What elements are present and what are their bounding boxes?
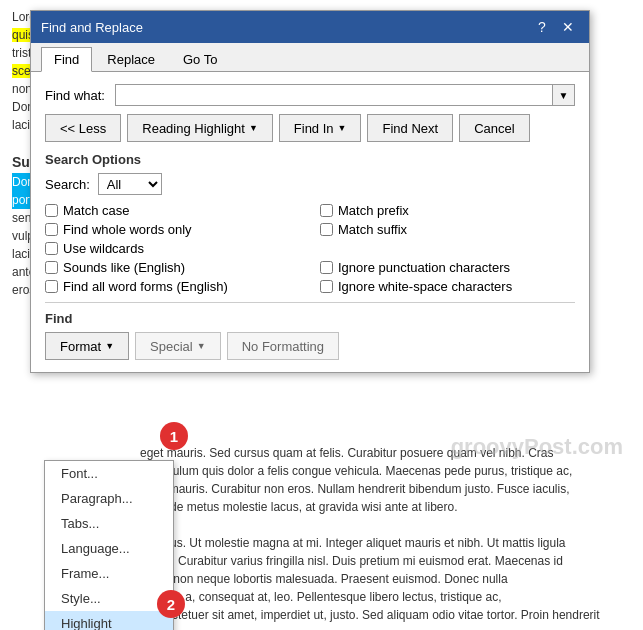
word-forms-checkbox[interactable] bbox=[45, 280, 58, 293]
dialog-help-button[interactable]: ? bbox=[531, 17, 553, 37]
find-in-arrow: ▼ bbox=[338, 123, 347, 133]
checkbox-whole-words: Find whole words only bbox=[45, 222, 300, 237]
tab-replace[interactable]: Replace bbox=[94, 47, 168, 71]
match-prefix-checkbox[interactable] bbox=[320, 204, 333, 217]
checkbox-match-suffix: Match suffix bbox=[320, 222, 575, 237]
find-replace-dialog: Find and Replace ? ✕ Find Replace Go To … bbox=[30, 10, 590, 373]
find-in-label: Find In bbox=[294, 121, 334, 136]
format-button[interactable]: Format ▼ bbox=[45, 332, 129, 360]
doc-bottom-5: rat risus. Ut molestie magna at mi. Inte… bbox=[140, 534, 629, 552]
tab-find[interactable]: Find bbox=[41, 47, 92, 72]
doc-bottom-4: m, pede metus molestie lacus, at gravida… bbox=[140, 498, 629, 516]
ignore-punct-checkbox[interactable] bbox=[320, 261, 333, 274]
search-select[interactable]: All Down Up bbox=[98, 173, 162, 195]
dropdown-language[interactable]: Language... bbox=[45, 536, 173, 561]
ignore-punct-label: Ignore punctuation characters bbox=[338, 260, 510, 275]
checkbox-ignore-ws: Ignore white-space characters bbox=[320, 279, 575, 294]
sounds-like-checkbox[interactable] bbox=[45, 261, 58, 274]
format-dropdown-menu: Font... Paragraph... Tabs... Language...… bbox=[44, 460, 174, 630]
watermark: groovyPost.com bbox=[451, 434, 623, 460]
doc-bottom-3: quis, mauris. Curabitur non eros. Nullam… bbox=[140, 480, 629, 498]
doc-bottom-8: adaibus a, consequat at, leo. Pellentesq… bbox=[140, 588, 629, 606]
search-options-label: Search Options bbox=[45, 152, 575, 167]
checkbox-sounds-like: Sounds like (English) bbox=[45, 260, 300, 275]
dialog-close-button[interactable]: ✕ bbox=[557, 17, 579, 37]
ignore-ws-label: Ignore white-space characters bbox=[338, 279, 512, 294]
match-prefix-label: Match prefix bbox=[338, 203, 409, 218]
wildcards-checkbox[interactable] bbox=[45, 242, 58, 255]
word-forms-label: Find all word forms (English) bbox=[63, 279, 228, 294]
match-case-label: Match case bbox=[63, 203, 129, 218]
doc-bottom-2: Vestibulum quis dolor a felis congue veh… bbox=[140, 462, 629, 480]
format-row: Format ▼ Special ▼ No Formatting bbox=[45, 332, 575, 360]
find-what-input[interactable] bbox=[115, 84, 553, 106]
format-label: Format bbox=[60, 339, 101, 354]
doc-bottom-9: consectetuer sit amet, imperdiet ut, jus… bbox=[140, 606, 629, 630]
no-formatting-button[interactable]: No Formatting bbox=[227, 332, 339, 360]
dropdown-style[interactable]: Style... bbox=[45, 586, 173, 611]
no-formatting-label: No Formatting bbox=[242, 339, 324, 354]
special-label: Special bbox=[150, 339, 193, 354]
checkbox-word-forms: Find all word forms (English) bbox=[45, 279, 300, 294]
wildcards-label: Use wildcards bbox=[63, 241, 144, 256]
dropdown-font[interactable]: Font... bbox=[45, 461, 173, 486]
reading-highlight-label: Reading Highlight bbox=[142, 121, 245, 136]
checkbox-match-prefix: Match prefix bbox=[320, 203, 575, 218]
sounds-like-label: Sounds like (English) bbox=[63, 260, 185, 275]
find-what-row: Find what: ▼ bbox=[45, 84, 575, 106]
button-row: << Less Reading Highlight ▼ Find In ▼ Fi… bbox=[45, 114, 575, 142]
find-section-label: Find bbox=[45, 302, 575, 326]
reading-highlight-button[interactable]: Reading Highlight ▼ bbox=[127, 114, 273, 142]
checkbox-wildcards: Use wildcards bbox=[45, 241, 300, 256]
find-next-button[interactable]: Find Next bbox=[367, 114, 453, 142]
less-button[interactable]: << Less bbox=[45, 114, 121, 142]
dropdown-paragraph[interactable]: Paragraph... bbox=[45, 486, 173, 511]
dropdown-frame[interactable]: Frame... bbox=[45, 561, 173, 586]
tab-goto[interactable]: Go To bbox=[170, 47, 230, 71]
match-suffix-label: Match suffix bbox=[338, 222, 407, 237]
format-arrow: ▼ bbox=[105, 341, 114, 351]
badge-1: 1 bbox=[160, 422, 188, 450]
dialog-title: Find and Replace bbox=[41, 20, 143, 35]
ignore-ws-checkbox[interactable] bbox=[320, 280, 333, 293]
doc-bottom-7: quam non neque lobortis malesuada. Praes… bbox=[140, 570, 629, 588]
search-row: Search: All Down Up bbox=[45, 173, 575, 195]
checkboxes-grid: Match case Match prefix Find whole words… bbox=[45, 203, 575, 294]
badge-2: 2 bbox=[157, 590, 185, 618]
dialog-tabs: Find Replace Go To bbox=[31, 43, 589, 72]
search-label: Search: bbox=[45, 177, 90, 192]
whole-words-label: Find whole words only bbox=[63, 222, 192, 237]
dialog-controls: ? ✕ bbox=[531, 17, 579, 37]
find-what-label: Find what: bbox=[45, 88, 115, 103]
doc-bottom-6: ngittis. Curabitur varius fringilla nisl… bbox=[140, 552, 629, 570]
checkbox-match-case: Match case bbox=[45, 203, 300, 218]
special-arrow: ▼ bbox=[197, 341, 206, 351]
dropdown-tabs[interactable]: Tabs... bbox=[45, 511, 173, 536]
match-suffix-checkbox[interactable] bbox=[320, 223, 333, 236]
match-case-checkbox[interactable] bbox=[45, 204, 58, 217]
find-input-dropdown[interactable]: ▼ bbox=[553, 84, 575, 106]
find-in-button[interactable]: Find In ▼ bbox=[279, 114, 362, 142]
reading-highlight-arrow: ▼ bbox=[249, 123, 258, 133]
checkbox-ignore-punct: Ignore punctuation characters bbox=[320, 260, 575, 275]
dropdown-highlight[interactable]: Highlight bbox=[45, 611, 173, 630]
whole-words-checkbox[interactable] bbox=[45, 223, 58, 236]
dialog-titlebar: Find and Replace ? ✕ bbox=[31, 11, 589, 43]
special-button[interactable]: Special ▼ bbox=[135, 332, 221, 360]
dialog-body: Find what: ▼ << Less Reading Highlight ▼… bbox=[31, 72, 589, 372]
cancel-button[interactable]: Cancel bbox=[459, 114, 529, 142]
